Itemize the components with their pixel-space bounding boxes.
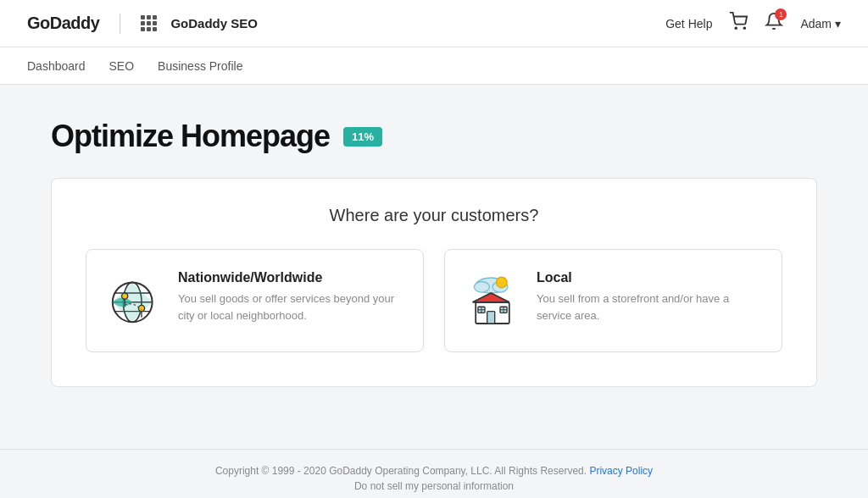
option-nationwide[interactable]: Nationwide/Worldwide You sell goods or o… [86, 249, 424, 352]
progress-badge: 11% [343, 127, 382, 147]
bell-icon[interactable]: 1 [765, 12, 783, 35]
grid-icon[interactable] [141, 15, 157, 31]
nav-item-business-profile[interactable]: Business Profile [158, 56, 242, 76]
options-row: Nationwide/Worldwide You sell goods or o… [86, 249, 782, 352]
svg-point-12 [474, 282, 489, 293]
header-divider [120, 14, 120, 34]
footer-copyright: Copyright © 1999 - 2020 GoDaddy Operatin… [15, 465, 853, 477]
cart-icon[interactable] [729, 12, 748, 35]
logo: GoDaddy [27, 14, 99, 33]
svg-point-14 [497, 277, 508, 288]
svg-point-9 [138, 305, 144, 311]
page-title: Optimize Homepage [51, 119, 330, 154]
bell-badge: 1 [775, 8, 787, 20]
option-local[interactable]: Local You sell from a storefront and/or … [444, 249, 782, 352]
privacy-policy-link[interactable]: Privacy Policy [589, 465, 653, 477]
main-content: Optimize Homepage 11% Where are your cus… [0, 85, 868, 449]
option-nationwide-title: Nationwide/Worldwide [178, 270, 406, 285]
header-right: Get Help 1 Adam ▾ [665, 12, 841, 35]
main-nav: Dashboard SEO Business Profile [0, 47, 868, 85]
option-local-title: Local [537, 270, 765, 285]
option-nationwide-desc: You sell goods or offer services beyond … [178, 290, 406, 324]
svg-rect-16 [487, 312, 495, 324]
copyright-text: Copyright © 1999 - 2020 GoDaddy Operatin… [215, 465, 587, 477]
header: GoDaddy GoDaddy SEO Get Help 1 Adam ▾ [0, 0, 868, 47]
header-left: GoDaddy GoDaddy SEO [27, 14, 258, 34]
option-local-desc: You sell from a storefront and/or have a… [537, 290, 765, 324]
card-question: Where are your customers? [86, 206, 782, 225]
svg-point-1 [744, 27, 746, 29]
option-nationwide-content: Nationwide/Worldwide You sell goods or o… [178, 270, 406, 324]
store-icon [462, 270, 523, 331]
svg-point-7 [122, 293, 128, 299]
svg-point-0 [736, 27, 737, 29]
selection-card: Where are your customers? [51, 178, 817, 387]
chevron-down-icon: ▾ [835, 17, 841, 30]
footer-do-not-sell: Do not sell my personal information [15, 480, 853, 492]
app-name: GoDaddy SEO [170, 16, 258, 30]
user-name: Adam [800, 17, 832, 30]
globe-icon [103, 270, 164, 331]
page-header: Optimize Homepage 11% [51, 119, 817, 154]
footer: Copyright © 1999 - 2020 GoDaddy Operatin… [0, 449, 868, 498]
nav-item-seo[interactable]: SEO [109, 56, 135, 76]
nav-item-dashboard[interactable]: Dashboard [27, 56, 86, 76]
option-local-content: Local You sell from a storefront and/or … [537, 270, 765, 324]
get-help-link[interactable]: Get Help [665, 17, 712, 30]
user-menu[interactable]: Adam ▾ [800, 17, 841, 30]
